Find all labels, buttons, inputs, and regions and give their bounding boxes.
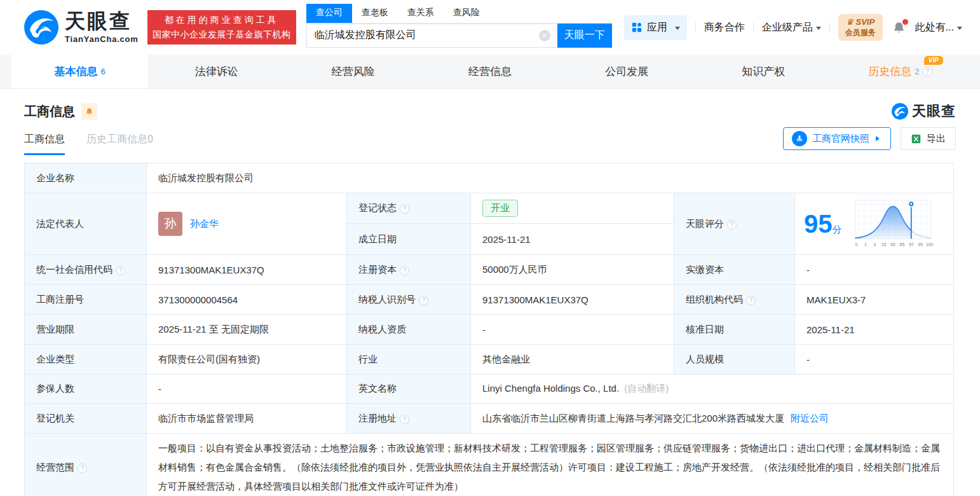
field-label-taxpayer-id: 纳税人识别号	[347, 285, 471, 315]
user-menu[interactable]: 此处有...	[915, 21, 962, 34]
clear-icon[interactable]	[539, 30, 550, 41]
label-text: 组织机构代码	[686, 294, 743, 305]
tianyancha-logo[interactable]: 天眼查 TianYanCha.com	[24, 10, 139, 45]
svg-text:50: 50	[890, 242, 895, 247]
svg-text:85: 85	[899, 242, 904, 247]
svip-line2: 会员服务	[845, 28, 876, 38]
help-icon[interactable]	[746, 296, 756, 305]
tab-label: 历史信息	[868, 64, 911, 79]
help-icon[interactable]	[400, 204, 409, 214]
chevron-down-icon	[675, 27, 680, 32]
slogan-line2: 国家中小企业发展子基金旗下机构	[153, 29, 291, 41]
search-tab-boss[interactable]: 查老板	[352, 4, 398, 23]
field-label-reg-number: 工商注册号	[25, 285, 147, 315]
tab-operation-info[interactable]: 经营信息	[421, 55, 558, 88]
field-value-reg-number: 371300000004564	[147, 285, 347, 315]
label-text: 参保人数	[36, 383, 74, 394]
field-value-company-type: 有限责任公司(国有独资)	[147, 345, 347, 375]
field-label-industry: 行业	[347, 345, 471, 375]
search-tab-risk[interactable]: 查风险	[444, 4, 489, 23]
business-info-section: 工商信息 天眼查 工商信息 历史工商信息0 工商官网快照 导出	[0, 102, 980, 496]
official-snapshot-button[interactable]: 工商官网快照	[783, 127, 891, 150]
field-label-address: 注册地址	[347, 404, 471, 434]
help-icon[interactable]	[727, 220, 737, 230]
help-icon[interactable]	[116, 266, 125, 275]
section-watermark-logo: 天眼查	[892, 102, 956, 121]
menu-item-cooperation[interactable]: 商务合作	[704, 21, 745, 34]
auto-translate-note: (自动翻译)	[624, 383, 669, 394]
field-value-taxpayer-quality: -	[471, 315, 674, 345]
export-button[interactable]: 导出	[901, 127, 956, 150]
field-label-staff-size: 人员规模	[674, 345, 795, 375]
svg-text:97: 97	[908, 242, 913, 247]
field-value-insured-count: -	[147, 375, 347, 404]
label-text: 人员规模	[686, 354, 724, 364]
help-icon[interactable]	[419, 296, 428, 305]
field-value-business-term: 2025-11-21 至 无固定期限	[147, 315, 347, 345]
label-text: 纳税人识别号	[358, 294, 416, 305]
section-header: 工商信息 天眼查	[24, 102, 956, 121]
excel-icon	[911, 134, 922, 144]
section-title: 工商信息	[24, 103, 75, 120]
menu-item-enterprise[interactable]: 企业级产品	[762, 21, 821, 34]
tab-basic-info[interactable]: 基本信息 6	[11, 55, 148, 88]
field-value-reg-status: 开业	[471, 193, 674, 224]
label-text: 登记状态	[358, 202, 397, 213]
help-icon[interactable]	[923, 67, 932, 76]
label-text: 统一社会信用代码	[36, 264, 112, 275]
field-value-staff-size: -	[795, 345, 954, 375]
help-icon[interactable]	[78, 464, 87, 473]
tab-label: 知识产权	[742, 64, 785, 79]
field-label-score: 天眼评分	[674, 193, 795, 255]
field-label-reg-authority: 登记机关	[25, 404, 147, 434]
tab-label: 法律诉讼	[195, 64, 238, 79]
search-button[interactable]: 天眼一下	[557, 24, 612, 48]
subtab-row: 工商信息 历史工商信息0 工商官网快照 导出	[24, 127, 956, 155]
chevron-down-icon	[816, 27, 821, 32]
section-actions: 工商官网快照 导出	[783, 127, 956, 155]
svg-text:3: 3	[873, 242, 876, 247]
tab-legal-litigation[interactable]: 法律诉讼	[148, 55, 285, 88]
subtab-history-business-info[interactable]: 历史工商信息0	[86, 133, 153, 155]
user-name: 此处有...	[915, 22, 954, 32]
notification-bell-icon[interactable]	[892, 21, 906, 34]
field-value-paid-capital: -	[795, 255, 954, 285]
field-value-reg-capital: 50000万人民币	[471, 255, 674, 285]
field-label-business-scope: 经营范围	[25, 434, 147, 496]
apps-menu-button[interactable]: 应用	[624, 15, 687, 40]
search-tab-relation[interactable]: 查关系	[398, 4, 444, 23]
score-chart[interactable]: 0 1 3 15 50 85 97 99 100	[851, 198, 935, 250]
search-input[interactable]	[306, 24, 557, 48]
tab-intellectual-property[interactable]: 知识产权	[695, 55, 832, 88]
table-row: 统一社会信用代码 91371300MAK1EUX37Q 注册资本 50000万人…	[25, 255, 954, 285]
field-label-company-name: 企业名称	[25, 163, 147, 193]
help-icon[interactable]	[400, 415, 409, 424]
svip-member-button[interactable]: ♛ SVIP 会员服务	[838, 14, 883, 40]
label-text: 企业名称	[36, 172, 74, 183]
business-info-table: 企业名称 临沂城发控股有限公司 法定代表人 孙 孙金华 登记状态 开业 天眼评分…	[24, 163, 954, 496]
nearby-companies-link[interactable]: 附近公司	[791, 413, 829, 424]
legal-rep-link[interactable]: 孙金华	[190, 218, 219, 230]
field-label-business-term: 营业期限	[25, 315, 147, 345]
label-text: 行业	[358, 354, 378, 364]
field-value-taxpayer-id: 91371300MAK1EUX37Q	[471, 285, 674, 315]
avatar[interactable]: 孙	[158, 212, 182, 236]
tab-history-info[interactable]: 历史信息 2 VIP	[832, 55, 969, 88]
vip-badge: VIP	[924, 56, 943, 65]
table-row: 法定代表人 孙 孙金华 登记状态 开业 天眼评分 95分	[25, 193, 954, 224]
tab-operation-risk[interactable]: 经营风险	[285, 55, 421, 88]
header-right-nav: 应用 商务合作 企业级产品 ♛ SVIP 会员服务 此处有...	[624, 14, 962, 40]
export-label: 导出	[927, 133, 946, 145]
help-icon[interactable]	[400, 266, 409, 275]
search-tab-company[interactable]: 查公司	[306, 4, 352, 23]
subtab-business-info[interactable]: 工商信息	[24, 133, 65, 155]
notification-dot	[902, 19, 908, 25]
monitor-bell-icon[interactable]	[81, 103, 97, 120]
field-value-industry: 其他金融业	[471, 345, 674, 375]
svg-text:0: 0	[855, 242, 857, 247]
field-value-reg-authority: 临沂市市场监督管理局	[147, 404, 347, 434]
tab-company-development[interactable]: 公司发展	[559, 55, 695, 88]
field-label-reg-capital: 注册资本	[347, 255, 471, 285]
score-number: 95	[804, 210, 833, 238]
table-row: 参保人数 - 英文名称 Linyi Chengfa Holdings Co., …	[25, 375, 954, 404]
